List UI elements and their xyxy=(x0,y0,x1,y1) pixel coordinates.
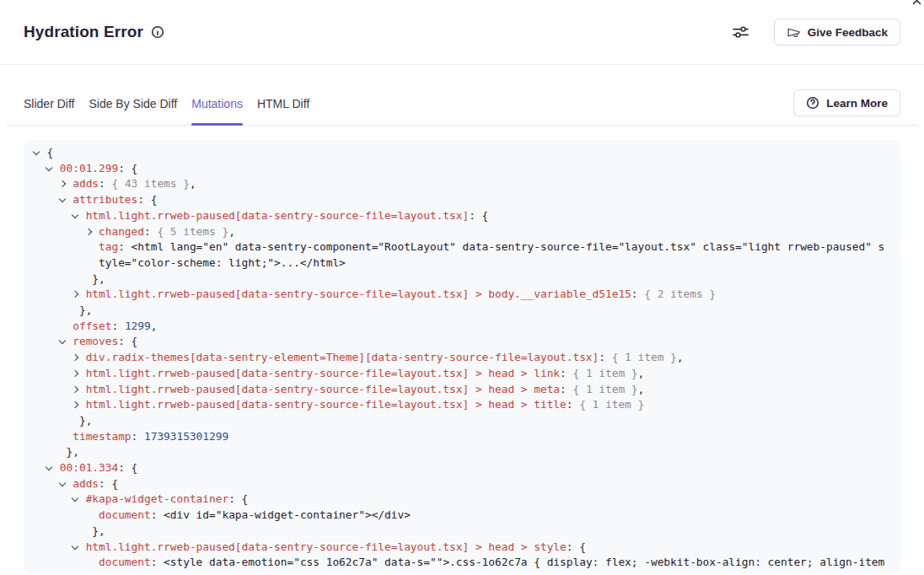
json-text: , xyxy=(638,367,645,379)
json-line: html.light.rrweb-paused[data-sentry-sour… xyxy=(34,287,891,303)
json-line: document: <div id="kapa-widget-container… xyxy=(34,508,891,524)
chevron-right-icon[interactable] xyxy=(84,228,91,234)
tab-slider-diff[interactable]: Slider Diff xyxy=(24,82,74,125)
json-number: 1739315301299 xyxy=(144,430,228,443)
chevron-right-icon[interactable] xyxy=(72,385,78,392)
json-text: : xyxy=(144,225,157,238)
sliders-icon[interactable] xyxy=(732,24,749,40)
json-key: tag xyxy=(99,240,118,253)
json-key: 00:01.299 xyxy=(60,162,118,175)
json-summary: { 1 item } xyxy=(572,367,637,379)
json-summary: { 2 items } xyxy=(644,288,716,300)
json-line: }, xyxy=(34,444,891,460)
json-line: changed: { 5 items }, xyxy=(34,224,891,240)
json-line: removes: { xyxy=(34,334,891,350)
chevron-down-icon[interactable] xyxy=(46,464,52,470)
chevron-right-icon[interactable] xyxy=(72,401,78,408)
json-key: adds xyxy=(73,477,99,490)
json-text: , xyxy=(228,225,235,238)
chevron-down-icon[interactable] xyxy=(59,337,66,344)
json-text: , xyxy=(151,320,158,332)
give-feedback-label: Give Feedback xyxy=(808,26,888,39)
page-title: Hydration Error xyxy=(24,23,143,41)
learn-more-button[interactable]: Learn More xyxy=(793,89,900,116)
json-text: : { xyxy=(118,162,137,175)
json-text: : xyxy=(151,556,164,568)
chevron-right-icon[interactable] xyxy=(59,180,66,187)
json-summary: { 1 item } xyxy=(612,351,677,363)
tab-html-diff[interactable]: HTML Diff xyxy=(257,82,309,125)
json-text: : xyxy=(560,367,572,379)
json-line: 00:01.299: { xyxy=(34,161,891,177)
tab-mutations[interactable]: Mutations xyxy=(191,82,243,125)
json-summary: { 1 item } xyxy=(572,383,637,395)
json-line: #kapa-widget-container: { xyxy=(34,492,891,508)
json-line: html.light.rrweb-paused[data-sentry-sour… xyxy=(34,540,891,556)
json-key: html.light.rrweb-paused[data-sentry-sour… xyxy=(86,209,470,222)
chevron-down-icon[interactable] xyxy=(46,164,52,170)
json-key: attributes xyxy=(73,193,137,206)
chevron-down-icon[interactable] xyxy=(59,480,66,486)
json-text: , xyxy=(677,351,684,363)
json-text: : { xyxy=(228,492,248,505)
json-line: html.light.rrweb-paused[data-sentry-sour… xyxy=(34,208,891,224)
give-feedback-button[interactable]: Give Feedback xyxy=(774,19,900,46)
json-line: }, xyxy=(34,303,891,319)
json-text: }, xyxy=(79,414,92,427)
chevron-down-icon[interactable] xyxy=(59,196,66,202)
json-text: , xyxy=(638,383,645,395)
json-line: offset: 1299, xyxy=(34,319,891,335)
chevron-right-icon[interactable] xyxy=(72,354,78,361)
json-text: : { xyxy=(99,477,118,490)
json-key: html.light.rrweb-paused[data-sentry-sour… xyxy=(86,540,567,553)
json-line: div.radix-themes[data-sentry-element=The… xyxy=(34,350,891,366)
json-line: adds: { 43 items }, xyxy=(34,176,891,192)
json-line: html.light.rrweb-paused[data-sentry-sour… xyxy=(34,366,891,382)
chevron-down-icon[interactable] xyxy=(33,148,40,155)
json-summary: { 1 item } xyxy=(579,398,644,411)
chevron-down-icon[interactable] xyxy=(72,495,78,502)
json-text: : xyxy=(560,383,572,395)
close-icon[interactable] xyxy=(911,0,924,7)
learn-more-label: Learn More xyxy=(826,97,888,110)
json-key: html.light.rrweb-paused[data-sentry-sour… xyxy=(86,398,567,411)
json-text: : { xyxy=(137,193,157,206)
header: Hydration Error Give Feedback xyxy=(0,0,924,65)
megaphone-icon xyxy=(787,25,801,40)
json-key: changed xyxy=(99,225,144,238)
chevron-down-icon[interactable] xyxy=(72,212,78,218)
json-summary: { 5 items } xyxy=(157,225,228,238)
json-key: div.radix-themes[data-sentry-element=The… xyxy=(86,351,599,363)
json-text: : { xyxy=(469,209,488,222)
json-line: }, xyxy=(34,524,891,540)
tab-side-by-side-diff[interactable]: Side By Side Diff xyxy=(89,82,177,125)
chevron-down-icon[interactable] xyxy=(72,542,78,549)
json-text: : xyxy=(118,240,131,253)
tab-list: Slider DiffSide By Side DiffMutationsHTM… xyxy=(24,82,309,125)
json-text: : xyxy=(567,398,579,411)
json-key: html.light.rrweb-paused[data-sentry-sour… xyxy=(86,288,631,300)
json-line: tag: <html lang="en" data-sentry-compone… xyxy=(34,239,891,271)
json-key: document xyxy=(99,508,151,521)
json-line: attributes: { xyxy=(34,192,891,208)
json-line: timestamp: 1739315301299 xyxy=(34,429,891,445)
json-line: html.light.rrweb-paused[data-sentry-sour… xyxy=(34,397,891,413)
question-circle-icon xyxy=(806,96,819,110)
json-line: }, xyxy=(34,413,891,429)
json-text: }, xyxy=(92,524,105,537)
info-circle-icon[interactable] xyxy=(151,25,164,39)
json-line: 00:01.334: { xyxy=(34,460,891,476)
json-text: : xyxy=(99,177,111,190)
json-text: : xyxy=(132,430,144,443)
json-text: : xyxy=(111,320,124,332)
json-key: document xyxy=(99,556,151,568)
json-key: timestamp xyxy=(73,430,131,443)
json-number: 1299 xyxy=(125,320,151,332)
json-text: <div id="kapa-widget-container"></div> xyxy=(164,508,411,521)
json-key: html.light.rrweb-paused[data-sentry-sour… xyxy=(86,383,560,395)
mutations-json-viewer[interactable]: {00:01.299: {adds: { 43 items },attribut… xyxy=(24,140,900,573)
json-text: }, xyxy=(79,304,92,316)
chevron-right-icon[interactable] xyxy=(72,370,78,377)
chevron-right-icon[interactable] xyxy=(72,291,78,298)
json-key: 00:01.334 xyxy=(60,461,118,474)
